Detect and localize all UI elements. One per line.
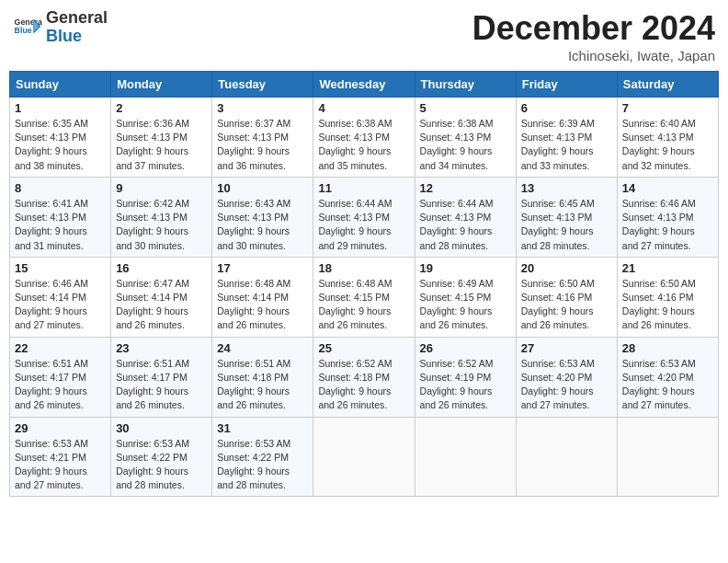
weekday-header-saturday: Saturday (617, 72, 718, 98)
day-info: Sunrise: 6:49 AM Sunset: 4:15 PM Dayligh… (420, 277, 511, 333)
day-info: Sunrise: 6:51 AM Sunset: 4:17 PM Dayligh… (116, 357, 207, 413)
day-info: Sunrise: 6:48 AM Sunset: 4:14 PM Dayligh… (217, 277, 308, 333)
day-number: 13 (521, 181, 612, 195)
calendar-cell: 24 Sunrise: 6:51 AM Sunset: 4:18 PM Dayl… (212, 337, 313, 417)
day-number: 7 (622, 101, 713, 115)
svg-text:Blue: Blue (15, 26, 32, 35)
calendar-cell: 30 Sunrise: 6:53 AM Sunset: 4:22 PM Dayl… (111, 417, 212, 497)
day-number: 24 (217, 341, 308, 355)
day-info: Sunrise: 6:45 AM Sunset: 4:13 PM Dayligh… (521, 197, 612, 253)
logo: General Blue General Blue (13, 9, 108, 46)
logo-icon: General Blue (13, 13, 42, 42)
weekday-header-friday: Friday (516, 72, 617, 98)
day-info: Sunrise: 6:53 AM Sunset: 4:22 PM Dayligh… (116, 437, 207, 493)
calendar-cell: 9 Sunrise: 6:42 AM Sunset: 4:13 PM Dayli… (111, 177, 212, 257)
calendar-cell: 29 Sunrise: 6:53 AM Sunset: 4:21 PM Dayl… (10, 417, 111, 497)
day-number: 4 (318, 101, 409, 115)
day-number: 29 (15, 421, 106, 435)
day-number: 25 (318, 341, 409, 355)
day-number: 28 (622, 341, 713, 355)
logo-blue: Blue (46, 27, 82, 45)
day-number: 21 (622, 261, 713, 275)
day-info: Sunrise: 6:52 AM Sunset: 4:18 PM Dayligh… (318, 357, 409, 413)
calendar-cell: 31 Sunrise: 6:53 AM Sunset: 4:22 PM Dayl… (212, 417, 313, 497)
calendar-cell: 23 Sunrise: 6:51 AM Sunset: 4:17 PM Dayl… (111, 337, 212, 417)
day-info: Sunrise: 6:51 AM Sunset: 4:17 PM Dayligh… (15, 357, 106, 413)
calendar-cell: 5 Sunrise: 6:38 AM Sunset: 4:13 PM Dayli… (415, 98, 516, 178)
day-number: 27 (521, 341, 612, 355)
day-number: 22 (15, 341, 106, 355)
calendar-cell: 6 Sunrise: 6:39 AM Sunset: 4:13 PM Dayli… (516, 98, 617, 178)
calendar-cell: 1 Sunrise: 6:35 AM Sunset: 4:13 PM Dayli… (10, 98, 111, 178)
calendar-cell: 27 Sunrise: 6:53 AM Sunset: 4:20 PM Dayl… (516, 337, 617, 417)
day-info: Sunrise: 6:47 AM Sunset: 4:14 PM Dayligh… (116, 277, 207, 333)
calendar-cell: 15 Sunrise: 6:46 AM Sunset: 4:14 PM Dayl… (10, 257, 111, 337)
day-number: 19 (420, 261, 511, 275)
day-info: Sunrise: 6:36 AM Sunset: 4:13 PM Dayligh… (116, 117, 207, 173)
day-number: 18 (318, 261, 409, 275)
day-info: Sunrise: 6:44 AM Sunset: 4:13 PM Dayligh… (318, 197, 409, 253)
day-info: Sunrise: 6:52 AM Sunset: 4:19 PM Dayligh… (420, 357, 511, 413)
calendar-cell (415, 417, 516, 497)
day-number: 20 (521, 261, 612, 275)
calendar-week-2: 8 Sunrise: 6:41 AM Sunset: 4:13 PM Dayli… (10, 177, 719, 257)
weekday-header-thursday: Thursday (415, 72, 516, 98)
day-info: Sunrise: 6:41 AM Sunset: 4:13 PM Dayligh… (15, 197, 106, 253)
day-info: Sunrise: 6:38 AM Sunset: 4:13 PM Dayligh… (318, 117, 409, 173)
day-info: Sunrise: 6:53 AM Sunset: 4:20 PM Dayligh… (521, 357, 612, 413)
calendar-cell: 10 Sunrise: 6:43 AM Sunset: 4:13 PM Dayl… (212, 177, 313, 257)
day-number: 23 (116, 341, 207, 355)
weekday-header-monday: Monday (111, 72, 212, 98)
calendar-cell: 18 Sunrise: 6:48 AM Sunset: 4:15 PM Dayl… (313, 257, 415, 337)
day-number: 31 (217, 421, 308, 435)
day-info: Sunrise: 6:46 AM Sunset: 4:14 PM Dayligh… (15, 277, 106, 333)
day-number: 11 (318, 181, 409, 195)
day-number: 16 (116, 261, 207, 275)
logo-general: General (46, 8, 108, 27)
calendar-cell: 17 Sunrise: 6:48 AM Sunset: 4:14 PM Dayl… (212, 257, 313, 337)
calendar-cell: 16 Sunrise: 6:47 AM Sunset: 4:14 PM Dayl… (111, 257, 212, 337)
day-number: 3 (217, 101, 308, 115)
calendar-cell: 4 Sunrise: 6:38 AM Sunset: 4:13 PM Dayli… (313, 98, 415, 178)
calendar-cell: 19 Sunrise: 6:49 AM Sunset: 4:15 PM Dayl… (415, 257, 516, 337)
calendar-cell: 11 Sunrise: 6:44 AM Sunset: 4:13 PM Dayl… (313, 177, 415, 257)
day-number: 9 (116, 181, 207, 195)
day-number: 30 (116, 421, 207, 435)
calendar-cell: 21 Sunrise: 6:50 AM Sunset: 4:16 PM Dayl… (617, 257, 718, 337)
day-number: 6 (521, 101, 612, 115)
day-info: Sunrise: 6:38 AM Sunset: 4:13 PM Dayligh… (420, 117, 511, 173)
day-number: 10 (217, 181, 308, 195)
day-info: Sunrise: 6:42 AM Sunset: 4:13 PM Dayligh… (116, 197, 207, 253)
day-number: 17 (217, 261, 308, 275)
calendar-cell (313, 417, 415, 497)
day-info: Sunrise: 6:46 AM Sunset: 4:13 PM Dayligh… (622, 197, 713, 253)
day-info: Sunrise: 6:51 AM Sunset: 4:18 PM Dayligh… (217, 357, 308, 413)
logo-wordmark: General Blue (46, 9, 108, 46)
day-number: 1 (15, 101, 106, 115)
calendar-cell (617, 417, 718, 497)
calendar-cell: 28 Sunrise: 6:53 AM Sunset: 4:20 PM Dayl… (617, 337, 718, 417)
calendar-table: SundayMondayTuesdayWednesdayThursdayFrid… (9, 71, 719, 497)
weekday-header-wednesday: Wednesday (313, 72, 415, 98)
weekday-header-tuesday: Tuesday (212, 72, 313, 98)
day-info: Sunrise: 6:39 AM Sunset: 4:13 PM Dayligh… (521, 117, 612, 173)
calendar-cell: 20 Sunrise: 6:50 AM Sunset: 4:16 PM Dayl… (516, 257, 617, 337)
title-block: December 2024 Ichinoseki, Iwate, Japan (472, 9, 715, 63)
day-info: Sunrise: 6:44 AM Sunset: 4:13 PM Dayligh… (420, 197, 511, 253)
day-info: Sunrise: 6:43 AM Sunset: 4:13 PM Dayligh… (217, 197, 308, 253)
calendar-cell: 14 Sunrise: 6:46 AM Sunset: 4:13 PM Dayl… (617, 177, 718, 257)
calendar-cell: 3 Sunrise: 6:37 AM Sunset: 4:13 PM Dayli… (212, 98, 313, 178)
weekday-header-sunday: Sunday (10, 72, 111, 98)
day-number: 14 (622, 181, 713, 195)
day-number: 5 (420, 101, 511, 115)
day-info: Sunrise: 6:53 AM Sunset: 4:22 PM Dayligh… (217, 437, 308, 493)
day-info: Sunrise: 6:50 AM Sunset: 4:16 PM Dayligh… (521, 277, 612, 333)
day-number: 2 (116, 101, 207, 115)
calendar-cell: 22 Sunrise: 6:51 AM Sunset: 4:17 PM Dayl… (10, 337, 111, 417)
calendar-cell: 13 Sunrise: 6:45 AM Sunset: 4:13 PM Dayl… (516, 177, 617, 257)
calendar-cell: 12 Sunrise: 6:44 AM Sunset: 4:13 PM Dayl… (415, 177, 516, 257)
day-info: Sunrise: 6:53 AM Sunset: 4:21 PM Dayligh… (15, 437, 106, 493)
calendar-cell: 7 Sunrise: 6:40 AM Sunset: 4:13 PM Dayli… (617, 98, 718, 178)
calendar-cell (516, 417, 617, 497)
day-number: 15 (15, 261, 106, 275)
